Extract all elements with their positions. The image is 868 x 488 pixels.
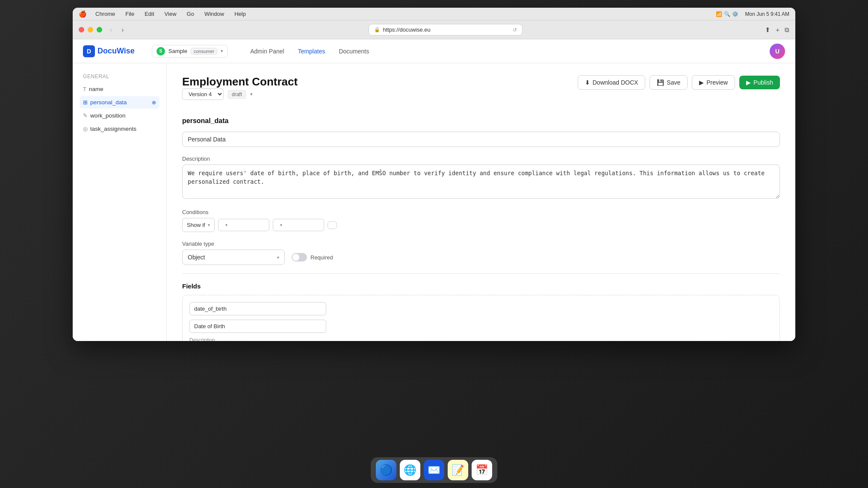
sidebar-item-work-position[interactable]: ✎ work_position — [80, 109, 159, 122]
sidebar-item-label-personal: personal_data — [90, 99, 127, 106]
system-icons: 📶 🔍 ⚙️ — [716, 11, 738, 17]
condition-operator-select[interactable]: ▾ — [273, 219, 324, 231]
url-bar[interactable]: 🔒 https://docuwise.eu ↺ — [369, 24, 523, 35]
workspace-chevron-icon: ▾ — [221, 48, 223, 54]
nav-templates[interactable]: Templates — [293, 45, 331, 57]
dock-notes-icon[interactable]: 📝 — [448, 460, 468, 480]
nav-documents[interactable]: Documents — [334, 45, 374, 57]
url-text: https://docuwise.eu — [383, 26, 430, 33]
sidebar-item-name[interactable]: T name — [80, 83, 159, 95]
condition-operator-chevron-icon: ▾ — [280, 223, 282, 227]
field-id-row — [189, 302, 773, 315]
menu-window[interactable]: Window — [203, 10, 226, 18]
page-header: Employment Contract Version 4 draft ▾ — [182, 75, 780, 110]
forward-button[interactable]: › — [119, 24, 126, 35]
variable-type-chevron-icon: ▾ — [277, 255, 279, 260]
nav-links: Admin Panel Templates Documents — [245, 45, 374, 57]
browser-title-bar: ‹ › 🔒 https://docuwise.eu ↺ ⬆ + ⧉ — [73, 21, 795, 39]
download-icon: ⬇ — [585, 79, 590, 86]
variable-type-select[interactable]: Object ▾ — [182, 250, 285, 265]
fields-title: Fields — [182, 282, 780, 290]
close-button[interactable] — [79, 27, 84, 32]
fields-section: Fields Description Enter your da — [182, 282, 780, 341]
newwindow-icon[interactable]: ⧉ — [785, 26, 789, 34]
newtab-icon[interactable]: + — [776, 26, 779, 33]
reload-icon[interactable]: ↺ — [513, 27, 517, 33]
dock-calendar-icon[interactable]: 📅 — [472, 460, 492, 480]
version-row: Version 4 draft ▾ — [182, 88, 298, 100]
conditions-group: Conditions Show if ▾ ▾ — [182, 209, 780, 232]
show-if-select[interactable]: Show if ▾ — [182, 218, 215, 232]
menu-go[interactable]: Go — [185, 10, 196, 18]
back-button[interactable]: ‹ — [107, 24, 115, 35]
show-if-label: Show if — [187, 222, 205, 228]
minimize-button[interactable] — [88, 27, 93, 32]
app-nav: D DocuWise S Sample consumer ▾ Admin Pan… — [73, 39, 795, 63]
field-label-row — [189, 320, 773, 333]
section-title: personal_data — [182, 117, 780, 125]
download-docx-button[interactable]: ⬇ Download DOCX — [578, 75, 646, 90]
fullscreen-button[interactable] — [97, 27, 102, 32]
description-textarea[interactable]: We require users' date of birth, place o… — [182, 165, 780, 199]
app-logo: D DocuWise — [83, 45, 135, 57]
dock-chrome-icon[interactable]: 🌐 — [400, 460, 420, 480]
logo-text: DocuWise — [97, 47, 135, 56]
main-content: Employment Contract Version 4 draft ▾ — [167, 63, 795, 341]
sidebar-item-task-assignments[interactable]: ◎ task_assignments — [80, 123, 159, 135]
field-description-label: Description — [189, 337, 773, 341]
title-field-group — [182, 132, 780, 147]
workspace-name: Sample — [168, 48, 187, 54]
sidebar-item-personal-data[interactable]: ⊞ personal_data ⊕ — [80, 96, 159, 109]
apple-logo-icon[interactable]: 🍎 — [79, 10, 87, 18]
menu-edit[interactable]: Edit — [143, 10, 156, 18]
datetime: Mon Jun 5 9:41 AM — [745, 11, 789, 17]
version-select[interactable]: Version 4 — [182, 88, 224, 100]
consumer-badge: consumer — [191, 48, 217, 55]
browser-actions: ⬆ + ⧉ — [765, 26, 789, 34]
nav-admin-panel[interactable]: Admin Panel — [245, 45, 289, 57]
description-label: Description — [182, 156, 780, 162]
variable-type-value: Object — [188, 254, 205, 261]
show-if-chevron-icon: ▾ — [208, 223, 210, 227]
field-description-row: Description Enter your date of birth. — [189, 337, 773, 341]
user-avatar[interactable]: U — [770, 44, 785, 59]
condition-field-select[interactable]: ▾ — [218, 219, 269, 231]
app-content: D DocuWise S Sample consumer ▾ Admin Pan… — [73, 39, 795, 341]
dock-finder-icon[interactable]: 🔵 — [376, 460, 396, 480]
description-field-group: Description We require users' date of bi… — [182, 156, 780, 200]
divider — [182, 273, 780, 274]
publish-button[interactable]: ▶ Publish — [739, 76, 780, 89]
desktop: 🍎 Chrome File Edit View Go Window Help 📶… — [0, 0, 868, 488]
field-label-input[interactable] — [189, 320, 326, 333]
condition-value-input[interactable] — [328, 221, 337, 229]
lock-icon: 🔒 — [374, 27, 380, 32]
page-body: General T name ⊞ personal_data ⊕ — [73, 63, 795, 341]
title-input[interactable] — [182, 132, 780, 147]
workspace-selector[interactable]: S Sample consumer ▾ — [152, 45, 228, 58]
menu-help[interactable]: Help — [233, 10, 248, 18]
required-row: Required — [292, 253, 333, 262]
preview-icon: ▶ — [699, 79, 704, 86]
page-title: Employment Contract — [182, 75, 298, 88]
dock: 🔵 🌐 ✉️ 📝 📅 — [371, 457, 497, 483]
save-button[interactable]: 💾 Save — [650, 75, 688, 90]
menu-file[interactable]: File — [124, 10, 136, 18]
workspace-icon: S — [156, 47, 165, 56]
conditions-label: Conditions — [182, 209, 780, 215]
required-toggle[interactable] — [292, 253, 307, 262]
variable-type-row: Object ▾ Required — [182, 250, 780, 265]
version-chevron-icon: ▾ — [250, 91, 253, 97]
variable-type-label: Variable type — [182, 241, 780, 247]
sidebar-section-label: General — [80, 73, 159, 79]
required-label: Required — [310, 254, 333, 261]
preview-button[interactable]: ▶ Preview — [692, 75, 735, 90]
menu-chrome[interactable]: Chrome — [94, 10, 117, 18]
draft-badge: draft — [228, 90, 246, 99]
dock-mail-icon[interactable]: ✉️ — [424, 460, 444, 480]
field-id-input[interactable] — [189, 302, 326, 315]
menu-view[interactable]: View — [163, 10, 178, 18]
save-icon: 💾 — [657, 79, 664, 86]
text-icon: T — [83, 86, 86, 92]
copy-icon: ⊕ — [152, 100, 156, 106]
share-icon[interactable]: ⬆ — [765, 26, 771, 34]
